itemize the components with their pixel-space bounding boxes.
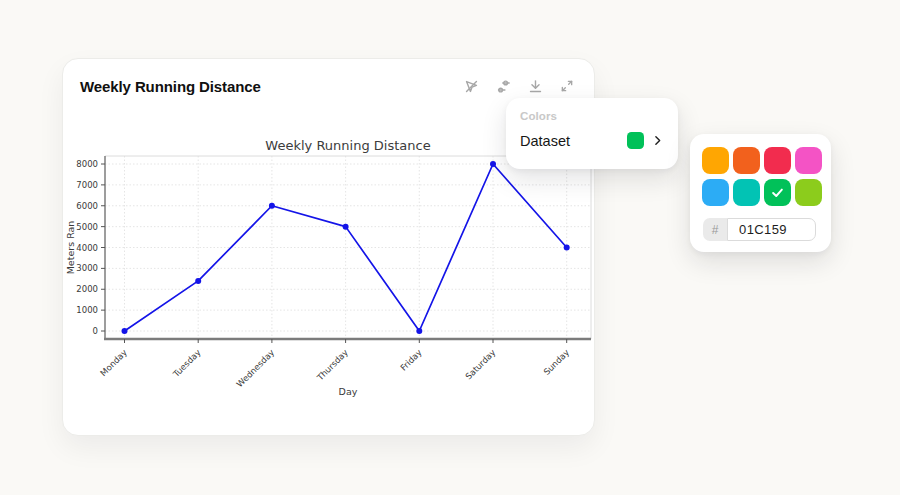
palette-swatch-blue[interactable]: [702, 179, 729, 206]
pointer-off-icon: [463, 78, 480, 95]
svg-text:Tuesday: Tuesday: [170, 347, 202, 379]
card-title: Weekly Running Distance: [80, 78, 261, 95]
hex-color-field: #: [703, 218, 816, 241]
palette-swatch-red[interactable]: [764, 147, 791, 174]
page-background: Weekly Running Distance: [0, 0, 900, 495]
svg-text:6000: 6000: [76, 201, 98, 211]
interaction-toggle-button[interactable]: [462, 77, 480, 95]
svg-text:8000: 8000: [76, 159, 98, 169]
svg-text:Thursday: Thursday: [314, 347, 350, 383]
svg-text:2000: 2000: [76, 284, 98, 294]
check-icon: [770, 185, 785, 200]
hex-prefix: #: [703, 218, 727, 241]
svg-text:Weekly Running Distance: Weekly Running Distance: [265, 138, 430, 153]
svg-text:7000: 7000: [76, 180, 98, 190]
palette-swatch-teal[interactable]: [733, 179, 760, 206]
svg-text:Friday: Friday: [398, 347, 423, 372]
palette-swatch-lime[interactable]: [795, 179, 822, 206]
colors-popover: Colors Dataset: [506, 98, 678, 169]
palette-swatch-orange[interactable]: [733, 147, 760, 174]
svg-text:0: 0: [93, 326, 98, 336]
dataset-color-row[interactable]: Dataset: [520, 132, 664, 149]
dataset-label: Dataset: [520, 133, 570, 149]
download-chart-button[interactable]: [526, 77, 544, 95]
chart-settings-button[interactable]: [494, 77, 512, 95]
palette-swatch-amber[interactable]: [702, 147, 729, 174]
color-swatch-grid: [702, 147, 822, 206]
colors-popover-header: Colors: [520, 110, 664, 122]
svg-text:Meters Ran: Meters Ran: [65, 221, 76, 275]
chart-card-header: Weekly Running Distance: [63, 59, 594, 99]
svg-text:4000: 4000: [76, 243, 98, 253]
svg-text:1000: 1000: [76, 305, 98, 315]
svg-text:Day: Day: [339, 386, 358, 397]
svg-text:3000: 3000: [76, 263, 98, 273]
color-picker-panel: #: [690, 134, 831, 252]
svg-text:Sunday: Sunday: [542, 347, 572, 377]
dataset-color-swatch: [627, 132, 644, 149]
palette-swatch-pink[interactable]: [795, 147, 822, 174]
svg-text:Saturday: Saturday: [463, 347, 497, 381]
download-icon: [527, 78, 544, 95]
expand-chart-button[interactable]: [558, 77, 576, 95]
svg-text:5000: 5000: [76, 222, 98, 232]
svg-text:Monday: Monday: [98, 347, 129, 378]
svg-text:Wednesday: Wednesday: [234, 347, 276, 389]
chevron-right-icon: [651, 134, 664, 147]
hex-color-input[interactable]: [727, 218, 816, 241]
palette-swatch-green[interactable]: [764, 179, 791, 206]
sliders-icon: [495, 78, 512, 95]
chart-toolbar: [462, 77, 576, 95]
expand-icon: [559, 78, 575, 94]
